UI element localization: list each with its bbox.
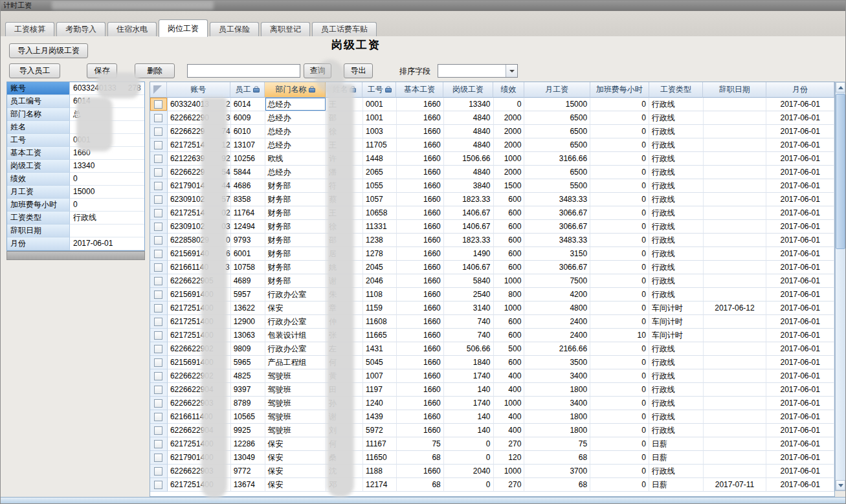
tab-item-4[interactable]: 员工保险 [210,22,259,36]
row-select-cell[interactable] [150,369,168,383]
row-checkbox[interactable] [154,290,162,299]
detail-row-6[interactable]: 岗级工资13340 [7,160,144,173]
table-row[interactable]: 62266229029809行政办公室左14311660506.66500216… [150,342,834,356]
row-checkbox[interactable] [154,236,162,245]
column-header-overtime[interactable]: 加班费每小时 [590,82,649,98]
detail-row-label[interactable]: 工资类型 [7,212,70,225]
row-select-cell[interactable] [150,193,168,206]
table-row[interactable]: 62266229049397驾驶班田1197166014040018000行政线… [150,383,834,397]
table-row[interactable]: 62266229036009总经办邵100116604840200065000行… [150,111,834,125]
table-row[interactable]: 621226399210256欧线许144816601506.661000316… [150,152,834,166]
row-checkbox[interactable] [154,318,162,326]
row-checkbox[interactable] [154,426,162,435]
detail-row-5[interactable]: 基本工资1660 [7,147,144,160]
row-select-cell[interactable] [150,383,168,397]
detail-row-value[interactable]: 0 [70,199,144,212]
select-all-icon[interactable] [153,85,162,94]
detail-row-label[interactable]: 加班费每小时 [7,199,70,212]
tab-item-5[interactable]: 离职登记 [261,22,310,36]
row-select-cell[interactable] [150,111,168,125]
detail-row-label[interactable]: 绩效 [7,173,70,186]
table-row[interactable]: 621790140013049保安桑11650680120680日薪2017-0… [150,451,834,465]
detail-row-label[interactable]: 工号 [7,134,70,147]
row-select-cell[interactable] [150,220,168,234]
table-row[interactable]: 621725140012286保安何11167750270750日薪2017-0… [150,437,834,451]
row-select-cell[interactable] [150,315,168,329]
row-checkbox[interactable] [154,209,162,217]
horizontal-scrollbar[interactable] [0,497,846,504]
detail-row-2[interactable]: 部门名称总 [7,108,144,121]
row-select-cell[interactable] [150,437,168,451]
detail-row-label[interactable]: 基本工资 [7,147,70,160]
row-checkbox[interactable] [154,399,162,408]
table-row[interactable]: 621661140310758财务部姚204516601406.67600306… [150,261,834,274]
row-select-cell[interactable] [150,451,168,465]
row-checkbox[interactable] [154,195,162,204]
table-row[interactable]: 621725140013674保安邓12174680270680日薪2017-0… [150,478,834,492]
row-select-cell[interactable] [150,478,168,492]
row-checkbox[interactable] [154,454,162,462]
column-header-resign[interactable]: 辞职日期 [703,82,766,98]
detail-row-0[interactable]: 账号6033240133278 [7,82,144,95]
row-select-cell[interactable] [150,206,168,220]
tab-item-6[interactable]: 员工话费车贴 [312,22,377,36]
table-row[interactable]: 621725140012900行政办公室仲1160816607406002400… [150,315,834,329]
row-select-cell[interactable] [150,179,168,193]
row-checkbox[interactable] [154,277,162,285]
row-checkbox[interactable] [154,168,162,177]
detail-row-label[interactable]: 部门名称 [7,108,70,121]
table-row[interactable]: 60332401326014总经办王00011660133400150000行政… [150,98,834,111]
detail-row-value[interactable]: 行政线 [70,212,144,225]
delete-button[interactable]: 删除 [135,63,175,78]
table-row[interactable]: 621725140013063包装设计组张1166516607406002400… [150,329,834,342]
row-checkbox[interactable] [154,100,162,109]
table-row[interactable]: 62266229039772保安沈118816602040100037000行政… [150,465,834,478]
import-last-month-button[interactable]: 导入上月岗级工资 [9,43,88,58]
table-row[interactable]: 621661140010565驾驶班谢1439166014040018000行政… [150,410,834,424]
detail-row-4[interactable]: 工号0001 [7,134,144,147]
tab-item-2[interactable]: 住宿水电 [107,22,157,36]
scroll-down-icon[interactable] [836,480,845,490]
export-button[interactable]: 导出 [344,63,373,78]
detail-row-value[interactable] [70,225,144,237]
row-select-cell[interactable] [150,424,168,437]
column-header-acct[interactable]: 账号 [167,82,230,98]
tab-item-0[interactable]: 工资核算 [5,22,54,36]
search-input[interactable] [187,64,300,78]
detail-row-value[interactable]: 总 [70,108,144,121]
row-select-cell[interactable] [150,356,168,369]
column-header-grade[interactable]: 岗级工资 [443,82,493,98]
row-select-cell[interactable] [150,410,168,424]
row-checkbox[interactable] [154,345,162,353]
detail-row-label[interactable]: 辞职日期 [7,225,70,237]
table-row[interactable]: 62285802909793财务部邵123816601823.336003483… [150,234,834,247]
row-select-cell[interactable] [150,152,168,166]
row-checkbox[interactable] [154,304,162,312]
column-header-perf[interactable]: 绩效 [493,82,524,98]
detail-row-value[interactable]: 6033240133278 [70,82,144,95]
row-checkbox[interactable] [154,250,162,258]
cell-dept[interactable]: 总经办 [265,98,327,111]
column-header-gh[interactable]: 工号 [362,82,396,98]
row-select-cell[interactable] [150,342,168,356]
row-select-cell[interactable] [150,98,168,111]
column-header-name[interactable]: 姓名 [326,82,362,98]
column-header-monthly[interactable]: 月工资 [524,82,590,98]
detail-row-label[interactable]: 月份 [7,237,70,250]
row-select-cell[interactable] [150,465,168,478]
row-select-cell[interactable] [150,138,168,152]
row-select-cell[interactable] [150,301,168,315]
column-header-emp[interactable]: 员工 [230,82,265,98]
row-checkbox[interactable] [154,372,162,380]
row-checkbox[interactable] [154,155,162,163]
row-checkbox[interactable] [154,114,162,122]
table-row[interactable]: 621725140013622保安章115916603140100048000车… [150,301,834,315]
row-checkbox[interactable] [154,182,162,190]
vertical-scrollbar[interactable] [835,82,846,491]
column-header-base[interactable]: 基本工资 [396,82,443,98]
table-row[interactable]: 621725141213107总经办王117051660484020006500… [150,138,834,152]
detail-row-value[interactable]: 1660 [70,147,144,160]
detail-row-label[interactable]: 姓名 [7,121,70,134]
tab-item-3[interactable]: 岗位工资 [159,19,208,37]
detail-row-value[interactable]: 6014 [70,95,144,108]
